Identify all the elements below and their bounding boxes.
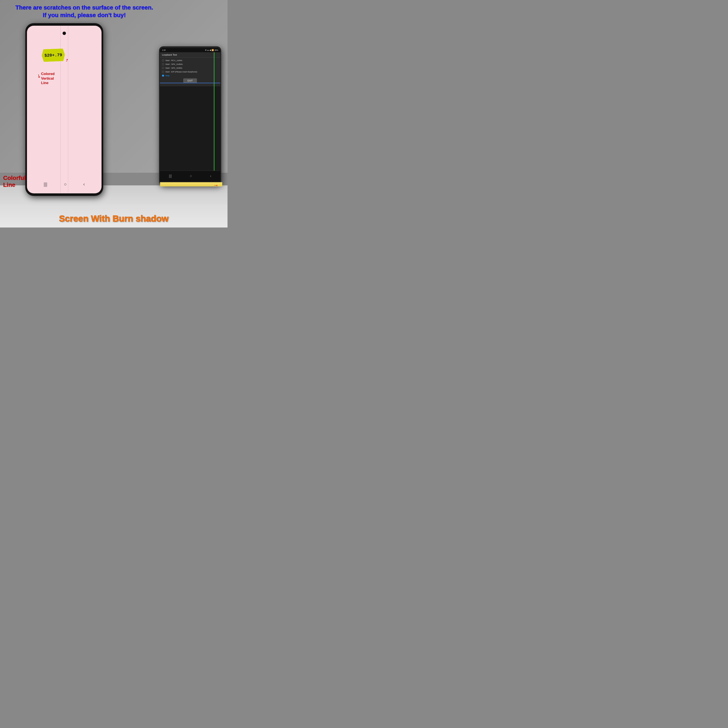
- green-vertical-line: [214, 52, 214, 171]
- option-rcv-1stmic[interactable]: Start : RCV_1stMic: [162, 59, 218, 61]
- burn-shadow-label: Screen With Burn shadow: [0, 214, 228, 224]
- phone-screen: $20+.79 ||| ○ ‹: [27, 26, 101, 193]
- status-icons: ⚙ ▲ ◀ 📶 36%: [205, 49, 218, 51]
- nav2-back-icon: ‹: [210, 174, 211, 178]
- second-phone: 1:32 ⚙ ▲ ◀ 📶 36% Loopback Test Start : R…: [159, 46, 221, 185]
- main-phone: $20+.79 ||| ○ ‹: [25, 23, 103, 196]
- loopback-options: Start : RCV_1stMic Start : SPK_2ndMic St…: [160, 58, 220, 86]
- nav-back-icon: ‹: [83, 182, 85, 187]
- radio-stop[interactable]: [162, 75, 164, 76]
- warning-text: There are scratches on the surface of th…: [11, 4, 158, 19]
- option-label-earphone: Start : E/P (Please insert Earphone): [165, 70, 197, 73]
- exit-button[interactable]: EXIT: [183, 78, 197, 83]
- option-label-rcv: Start : RCV_1stMic: [165, 59, 182, 61]
- option-label-stop: Stop: [165, 74, 170, 76]
- phone-body: $20+.79 ||| ○ ‹: [25, 23, 103, 196]
- option-label-spk3: Start : SPK_3rdMic: [165, 67, 182, 69]
- nav2-recents-icon: |||: [169, 174, 172, 178]
- colorful-line-label: ColorfulLine: [3, 174, 26, 188]
- horizontal-blue-line: [160, 83, 220, 83]
- option-earphone[interactable]: Start : E/P (Please insert Earphone): [162, 70, 218, 73]
- nav-home-icon: ○: [64, 182, 67, 187]
- status-time: 1:32: [162, 49, 166, 51]
- radio-earphone[interactable]: [162, 71, 164, 73]
- colorful-line-arrow: →: [213, 182, 219, 188]
- warning-line1: There are scratches on the surface of th…: [15, 4, 153, 11]
- warning-line2: If you mind, please don't buy!: [43, 12, 126, 18]
- option-label-spk2: Start : SPK_2ndMic: [165, 63, 183, 65]
- radio-spk-2ndmic[interactable]: [162, 63, 164, 65]
- app-header: Loopback Test: [160, 52, 220, 58]
- option-spk-3rdmic[interactable]: Start : SPK_3rdMic: [162, 67, 218, 69]
- colored-line-label: ColoredVerticalLine: [41, 72, 55, 85]
- battery-level: 36%: [214, 49, 218, 51]
- radio-rcv-1stmic[interactable]: [162, 60, 164, 61]
- option-stop[interactable]: Stop: [162, 74, 218, 76]
- nav-recents-icon: |||: [44, 182, 47, 187]
- option-spk-2ndmic[interactable]: Start : SPK_2ndMic: [162, 63, 218, 65]
- nav2-home-icon: ○: [190, 174, 192, 178]
- price-tag: $20+.79: [41, 49, 65, 62]
- notification-icons: ⚙ ▲ ◀ 📶: [205, 49, 214, 51]
- second-phone-screen: 1:32 ⚙ ▲ ◀ 📶 36% Loopback Test Start : R…: [160, 48, 220, 184]
- paper-under-phone: [160, 182, 222, 187]
- radio-spk-3rdmic[interactable]: [162, 67, 164, 69]
- status-bar: 1:32 ⚙ ▲ ◀ 📶 36%: [160, 48, 220, 52]
- second-phone-body: 1:32 ⚙ ▲ ◀ 📶 36% Loopback Test Start : R…: [159, 46, 221, 185]
- second-phone-nav-bar: ||| ○ ‹: [160, 171, 220, 181]
- phone-nav-bar: ||| ○ ‹: [27, 182, 101, 187]
- app-title: Loopback Test: [162, 54, 177, 56]
- camera-hole: [63, 32, 66, 35]
